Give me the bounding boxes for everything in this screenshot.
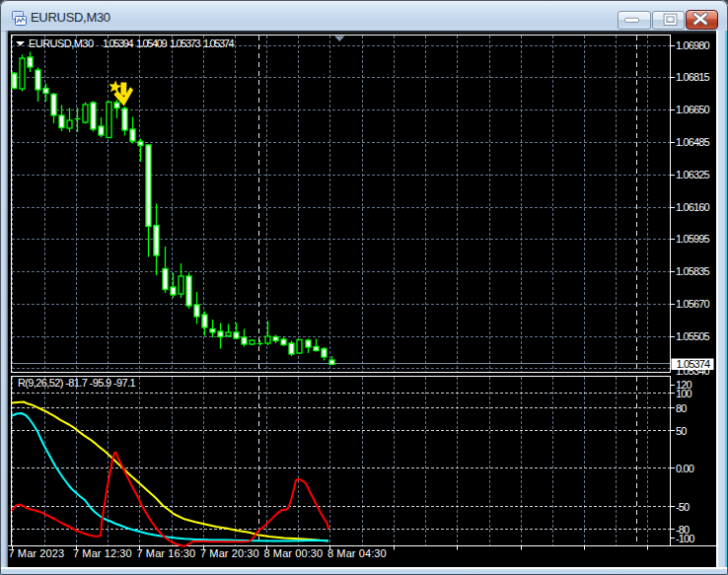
svg-text:1.06160: 1.06160	[676, 201, 710, 213]
svg-text:R(9,26,52) -81.7 -95.9 -97.1: R(9,26,52) -81.7 -95.9 -97.1	[18, 377, 135, 389]
svg-text:1.06650: 1.06650	[676, 104, 710, 115]
svg-text:1.06325: 1.06325	[676, 169, 710, 180]
svg-text:1.05670: 1.05670	[676, 298, 710, 310]
svg-text:1.05505: 1.05505	[676, 330, 710, 342]
svg-text:EURUSD,M301.053941.054091.0537: EURUSD,M301.053941.054091.053731.05374	[29, 37, 235, 49]
svg-text:7 Mar 12:30: 7 Mar 12:30	[73, 547, 132, 559]
svg-text:8 Mar 00:30: 8 Mar 00:30	[264, 547, 324, 559]
svg-text:-100: -100	[676, 533, 694, 544]
svg-text:0.00: 0.00	[676, 463, 694, 474]
svg-text:7 Mar 16:30: 7 Mar 16:30	[137, 547, 196, 559]
svg-text:7 Mar 20:30: 7 Mar 20:30	[200, 547, 259, 559]
svg-text:50: 50	[676, 425, 687, 437]
svg-text:8 Mar 04:30: 8 Mar 04:30	[328, 547, 387, 559]
svg-text:1.05995: 1.05995	[676, 233, 710, 245]
svg-text:1.06815: 1.06815	[676, 71, 710, 83]
svg-text:100: 100	[676, 388, 692, 399]
svg-text:1.06980: 1.06980	[676, 39, 710, 51]
svg-text:1.06485: 1.06485	[676, 136, 710, 148]
svg-text:1.05835: 1.05835	[676, 265, 710, 277]
svg-text:7 Mar 2023: 7 Mar 2023	[9, 547, 65, 559]
svg-text:-50: -50	[676, 501, 690, 513]
svg-text:80: 80	[676, 402, 687, 414]
svg-text:1.05374: 1.05374	[677, 358, 711, 370]
